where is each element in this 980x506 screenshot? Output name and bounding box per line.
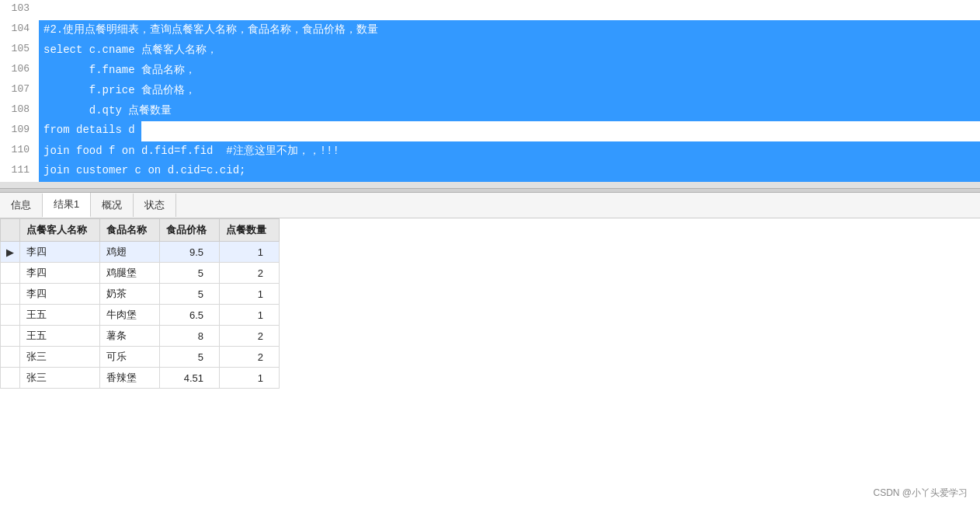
- cell-food: 鸡翅: [100, 242, 160, 263]
- table-row[interactable]: 张三可乐52: [1, 347, 280, 368]
- code-line: 109from details d: [0, 121, 980, 141]
- cell-price: 5: [160, 284, 220, 305]
- cell-name: 王五: [20, 305, 100, 326]
- row-indicator: [1, 263, 20, 284]
- code-line: 104#2.使用点餐明细表，查询点餐客人名称，食品名称，食品价格，数量: [0, 20, 980, 40]
- cell-price: 5: [160, 263, 220, 284]
- cell-qty: 2: [220, 347, 280, 368]
- code-editor: 103104#2.使用点餐明细表，查询点餐客人名称，食品名称，食品价格，数量10…: [0, 0, 980, 182]
- cell-food: 奶茶: [100, 284, 160, 305]
- line-number: 109: [0, 121, 39, 141]
- tabs-bar: 信息结果1概况状态: [0, 193, 980, 218]
- table-row[interactable]: 李四奶茶51: [1, 284, 280, 305]
- horizontal-scrollbar[interactable]: [0, 182, 980, 188]
- cell-name: 张三: [20, 347, 100, 368]
- line-content[interactable]: [39, 0, 980, 20]
- watermark: CSDN @小丫头爱学习: [873, 487, 968, 500]
- tab-结果1[interactable]: 结果1: [43, 193, 91, 218]
- results-table: 点餐客人名称食品名称食品价格点餐数量 ▶李四鸡翅9.51李四鸡腿堡52李四奶茶5…: [0, 218, 280, 389]
- code-line: 106 f.fname 食品名称，: [0, 61, 980, 81]
- line-content[interactable]: join food f on d.fid=f.fid #注意这里不加，，!!!: [39, 141, 980, 162]
- tab-状态[interactable]: 状态: [134, 194, 176, 217]
- line-content[interactable]: d.qty 点餐数量: [39, 101, 980, 121]
- cell-food: 薯条: [100, 326, 160, 347]
- line-number: 104: [0, 20, 39, 40]
- tab-信息[interactable]: 信息: [0, 194, 43, 217]
- code-line: 110join food f on d.fid=f.fid #注意这里不加，，!…: [0, 141, 980, 162]
- col-indicator: [1, 219, 20, 242]
- table-header-row: 点餐客人名称食品名称食品价格点餐数量: [1, 219, 280, 242]
- table-body: ▶李四鸡翅9.51李四鸡腿堡52李四奶茶51王五牛肉堡6.51王五薯条82张三可…: [1, 242, 280, 389]
- cell-name: 王五: [20, 326, 100, 347]
- tab-概况[interactable]: 概况: [91, 194, 134, 217]
- code-line: 111join customer c on d.cid=c.cid;: [0, 162, 980, 182]
- code-line: 105select c.cname 点餐客人名称，: [0, 40, 980, 61]
- table-row[interactable]: 李四鸡腿堡52: [1, 263, 280, 284]
- col-header-1: 食品名称: [100, 219, 160, 242]
- cell-food: 鸡腿堡: [100, 263, 160, 284]
- row-indicator: [1, 284, 20, 305]
- code-line: 103: [0, 0, 980, 20]
- code-line: 107 f.price 食品价格，: [0, 81, 980, 101]
- line-number: 105: [0, 40, 39, 61]
- line-number: 103: [0, 0, 39, 20]
- row-indicator: [1, 326, 20, 347]
- cell-name: 李四: [20, 263, 100, 284]
- line-number: 108: [0, 101, 39, 121]
- cell-food: 香辣堡: [100, 368, 160, 389]
- line-content[interactable]: f.price 食品价格，: [39, 81, 980, 101]
- cell-price: 9.5: [160, 242, 220, 263]
- col-header-0: 点餐客人名称: [20, 219, 100, 242]
- line-content[interactable]: join customer c on d.cid=c.cid;: [39, 162, 980, 182]
- table-row[interactable]: ▶李四鸡翅9.51: [1, 242, 280, 263]
- cell-name: 李四: [20, 284, 100, 305]
- line-number: 106: [0, 61, 39, 81]
- cell-qty: 2: [220, 263, 280, 284]
- cell-qty: 1: [220, 368, 280, 389]
- cell-price: 6.5: [160, 305, 220, 326]
- results-area: 点餐客人名称食品名称食品价格点餐数量 ▶李四鸡翅9.51李四鸡腿堡52李四奶茶5…: [0, 218, 980, 506]
- line-content[interactable]: #2.使用点餐明细表，查询点餐客人名称，食品名称，食品价格，数量: [39, 20, 980, 40]
- cell-name: 张三: [20, 368, 100, 389]
- line-content[interactable]: f.fname 食品名称，: [39, 61, 980, 81]
- table-row[interactable]: 张三香辣堡4.511: [1, 368, 280, 389]
- line-number: 110: [0, 141, 39, 162]
- line-number: 111: [0, 162, 39, 182]
- table-row[interactable]: 王五薯条82: [1, 326, 280, 347]
- cell-qty: 1: [220, 242, 280, 263]
- cell-price: 5: [160, 347, 220, 368]
- row-indicator: [1, 305, 20, 326]
- col-header-3: 点餐数量: [220, 219, 280, 242]
- cell-qty: 1: [220, 284, 280, 305]
- main-container: 103104#2.使用点餐明细表，查询点餐客人名称，食品名称，食品价格，数量10…: [0, 0, 980, 506]
- row-indicator: [1, 368, 20, 389]
- col-header-2: 食品价格: [160, 219, 220, 242]
- cell-price: 8: [160, 326, 220, 347]
- table-row[interactable]: 王五牛肉堡6.51: [1, 305, 280, 326]
- cell-name: 李四: [20, 242, 100, 263]
- row-indicator: ▶: [1, 242, 20, 263]
- cell-food: 可乐: [100, 347, 160, 368]
- line-content[interactable]: select c.cname 点餐客人名称，: [39, 40, 980, 61]
- cell-qty: 1: [220, 305, 280, 326]
- line-number: 107: [0, 81, 39, 101]
- cell-food: 牛肉堡: [100, 305, 160, 326]
- cell-qty: 2: [220, 326, 280, 347]
- code-line: 108 d.qty 点餐数量: [0, 101, 980, 121]
- cell-price: 4.51: [160, 368, 220, 389]
- row-indicator: [1, 347, 20, 368]
